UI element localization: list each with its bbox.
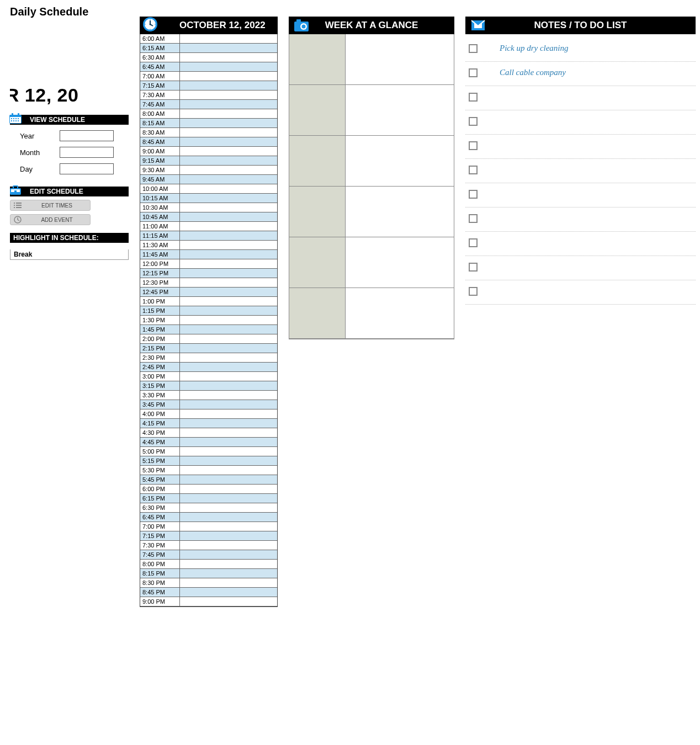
schedule-event-cell[interactable] bbox=[180, 212, 277, 221]
schedule-row[interactable]: 6:00 AM bbox=[140, 34, 277, 44]
schedule-event-cell[interactable] bbox=[180, 288, 277, 296]
schedule-row[interactable]: 7:15 PM bbox=[140, 531, 277, 541]
schedule-row[interactable]: 2:30 PM bbox=[140, 353, 277, 363]
schedule-row[interactable]: 8:00 AM bbox=[140, 109, 277, 119]
note-checkbox[interactable] bbox=[469, 117, 478, 126]
week-row[interactable] bbox=[289, 237, 454, 288]
schedule-row[interactable]: 8:30 PM bbox=[140, 578, 277, 588]
schedule-row[interactable]: 2:00 PM bbox=[140, 334, 277, 344]
schedule-row[interactable]: 6:00 PM bbox=[140, 485, 277, 494]
schedule-row[interactable]: 4:00 PM bbox=[140, 409, 277, 419]
month-input[interactable] bbox=[60, 147, 114, 158]
day-input[interactable] bbox=[60, 163, 114, 174]
schedule-row[interactable]: 6:45 AM bbox=[140, 62, 277, 72]
week-body-cell[interactable] bbox=[346, 288, 454, 338]
schedule-event-cell[interactable] bbox=[180, 494, 277, 503]
week-row[interactable] bbox=[289, 136, 454, 187]
schedule-event-cell[interactable] bbox=[180, 391, 277, 400]
schedule-event-cell[interactable] bbox=[180, 503, 277, 512]
schedule-row[interactable]: 9:00 AM bbox=[140, 147, 277, 156]
schedule-row[interactable]: 11:45 AM bbox=[140, 250, 277, 259]
schedule-event-cell[interactable] bbox=[180, 259, 277, 268]
schedule-event-cell[interactable] bbox=[180, 419, 277, 428]
schedule-row[interactable]: 5:30 PM bbox=[140, 466, 277, 475]
edit-times-button[interactable]: EDIT TIMES bbox=[10, 200, 91, 211]
schedule-event-cell[interactable] bbox=[180, 344, 277, 353]
schedule-row[interactable]: 3:45 PM bbox=[140, 400, 277, 409]
schedule-row[interactable]: 9:45 AM bbox=[140, 175, 277, 184]
schedule-row[interactable]: 9:15 AM bbox=[140, 156, 277, 166]
note-checkbox[interactable] bbox=[469, 263, 478, 272]
schedule-event-cell[interactable] bbox=[180, 334, 277, 343]
schedule-event-cell[interactable] bbox=[180, 269, 277, 278]
note-checkbox[interactable] bbox=[469, 214, 478, 223]
schedule-event-cell[interactable] bbox=[180, 550, 277, 559]
schedule-event-cell[interactable] bbox=[180, 438, 277, 446]
schedule-event-cell[interactable] bbox=[180, 363, 277, 371]
schedule-event-cell[interactable] bbox=[180, 81, 277, 90]
schedule-event-cell[interactable] bbox=[180, 128, 277, 137]
week-row[interactable] bbox=[289, 187, 454, 237]
note-checkbox[interactable] bbox=[469, 93, 478, 102]
note-checkbox[interactable] bbox=[469, 44, 478, 53]
schedule-event-cell[interactable] bbox=[180, 569, 277, 578]
schedule-event-cell[interactable] bbox=[180, 137, 277, 146]
schedule-row[interactable]: 6:15 AM bbox=[140, 44, 277, 53]
schedule-row[interactable]: 1:00 PM bbox=[140, 297, 277, 306]
schedule-row[interactable]: 10:15 AM bbox=[140, 194, 277, 203]
schedule-row[interactable]: 5:00 PM bbox=[140, 447, 277, 456]
schedule-event-cell[interactable] bbox=[180, 222, 277, 231]
schedule-row[interactable]: 4:30 PM bbox=[140, 428, 277, 438]
schedule-row[interactable]: 11:15 AM bbox=[140, 231, 277, 241]
note-checkbox[interactable] bbox=[469, 238, 478, 247]
schedule-row[interactable]: 11:00 AM bbox=[140, 222, 277, 231]
schedule-row[interactable]: 12:00 PM bbox=[140, 259, 277, 269]
schedule-event-cell[interactable] bbox=[180, 175, 277, 184]
schedule-event-cell[interactable] bbox=[180, 278, 277, 287]
schedule-row[interactable]: 12:15 PM bbox=[140, 269, 277, 278]
schedule-row[interactable]: 12:30 PM bbox=[140, 278, 277, 288]
schedule-row[interactable]: 8:00 PM bbox=[140, 560, 277, 569]
schedule-event-cell[interactable] bbox=[180, 447, 277, 456]
schedule-row[interactable]: 9:30 AM bbox=[140, 166, 277, 175]
schedule-row[interactable]: 4:45 PM bbox=[140, 438, 277, 447]
note-checkbox[interactable] bbox=[469, 287, 478, 296]
schedule-event-cell[interactable] bbox=[180, 306, 277, 315]
schedule-row[interactable]: 11:30 AM bbox=[140, 241, 277, 250]
schedule-row[interactable]: 4:15 PM bbox=[140, 419, 277, 428]
note-text[interactable]: Pick up dry cleaning bbox=[500, 44, 569, 53]
week-body-cell[interactable] bbox=[346, 34, 454, 84]
note-checkbox[interactable] bbox=[469, 141, 478, 150]
note-checkbox[interactable] bbox=[469, 190, 478, 199]
schedule-row[interactable]: 8:15 AM bbox=[140, 119, 277, 128]
schedule-event-cell[interactable] bbox=[180, 400, 277, 409]
schedule-row[interactable]: 7:30 PM bbox=[140, 541, 277, 550]
schedule-event-cell[interactable] bbox=[180, 485, 277, 493]
week-body-cell[interactable] bbox=[346, 187, 454, 237]
schedule-row[interactable]: 2:45 PM bbox=[140, 363, 277, 372]
schedule-row[interactable]: 6:15 PM bbox=[140, 494, 277, 503]
schedule-event-cell[interactable] bbox=[180, 109, 277, 118]
schedule-row[interactable]: 8:45 PM bbox=[140, 588, 277, 597]
schedule-event-cell[interactable] bbox=[180, 156, 277, 165]
schedule-row[interactable]: 1:45 PM bbox=[140, 325, 277, 334]
add-event-button[interactable]: ADD EVENT bbox=[10, 214, 91, 225]
schedule-event-cell[interactable] bbox=[180, 194, 277, 203]
schedule-event-cell[interactable] bbox=[180, 62, 277, 71]
schedule-event-cell[interactable] bbox=[180, 466, 277, 475]
schedule-row[interactable]: 7:45 PM bbox=[140, 550, 277, 560]
schedule-event-cell[interactable] bbox=[180, 316, 277, 324]
schedule-event-cell[interactable] bbox=[180, 381, 277, 390]
schedule-row[interactable]: 1:30 PM bbox=[140, 316, 277, 325]
schedule-event-cell[interactable] bbox=[180, 72, 277, 81]
schedule-event-cell[interactable] bbox=[180, 456, 277, 465]
schedule-event-cell[interactable] bbox=[180, 166, 277, 174]
schedule-event-cell[interactable] bbox=[180, 325, 277, 334]
week-body-cell[interactable] bbox=[346, 237, 454, 288]
schedule-row[interactable]: 7:45 AM bbox=[140, 100, 277, 109]
schedule-row[interactable]: 6:45 PM bbox=[140, 513, 277, 522]
schedule-event-cell[interactable] bbox=[180, 597, 277, 606]
schedule-row[interactable]: 3:30 PM bbox=[140, 391, 277, 400]
schedule-event-cell[interactable] bbox=[180, 119, 277, 127]
schedule-event-cell[interactable] bbox=[180, 100, 277, 109]
